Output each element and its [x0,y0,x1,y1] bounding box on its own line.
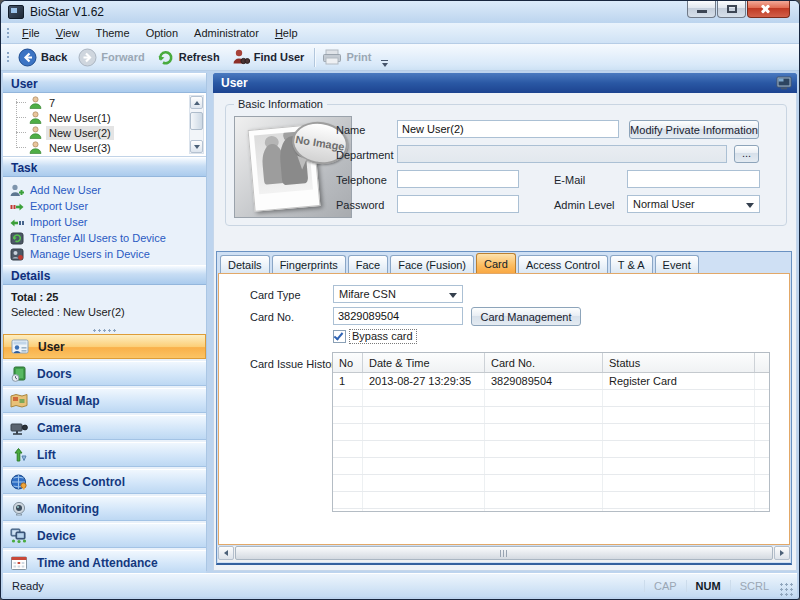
bypass-card-label[interactable]: Bypass card [349,329,417,344]
tree-item-new-user-2[interactable]: New User(2) [3,125,206,140]
empty-row [333,475,769,492]
telephone-field[interactable] [397,170,519,188]
department-field [397,145,727,163]
print-button[interactable]: Print [318,46,378,68]
card-type-select[interactable]: Mifare CSN [333,285,463,303]
resize-grip[interactable] [780,583,794,597]
forward-button[interactable]: Forward [74,46,151,69]
bypass-card-checkbox[interactable] [333,330,346,343]
task-label: Transfer All Users to Device [30,232,166,244]
sidebar-item-user[interactable]: User [3,334,206,359]
tab-face[interactable]: Face [348,255,388,273]
col-status[interactable]: Status [603,353,755,372]
col-date-time[interactable]: Date & Time [363,353,485,372]
menu-view[interactable]: View [48,24,88,42]
refresh-button[interactable]: Refresh [152,46,227,69]
col-no[interactable]: No [333,353,363,372]
sidebar-item-label: Time and Attendance [37,556,158,570]
password-field[interactable] [397,195,519,213]
task-transfer-all-users[interactable]: Transfer All Users to Device [3,230,206,246]
status-text: Ready [12,580,44,592]
scroll-up-icon[interactable] [190,96,203,109]
minimize-button[interactable] [687,1,716,18]
admin-level-value: Normal User [633,198,695,210]
menu-administrator[interactable]: Administrator [186,24,267,42]
scroll-thumb[interactable] [235,546,773,560]
sidebar-item-time-and-attendance[interactable]: Time and Attendance [3,550,206,575]
tab-card[interactable]: Card [476,253,516,273]
menu-theme[interactable]: Theme [87,24,137,42]
toolbar: Back Forward Refresh Find User Print [1,44,799,71]
maximize-button[interactable] [717,1,746,18]
tab-t-and-a[interactable]: T & A [610,255,653,273]
col-card-no[interactable]: Card No. [485,353,603,372]
menu-file[interactable]: File [14,24,48,42]
table-row[interactable]: 1 2013-08-27 13:29:35 3829089504 Registe… [333,373,769,390]
tree-item-label: New User(1) [46,111,114,125]
tree-scrollbar[interactable] [189,95,204,154]
tab-event[interactable]: Event [655,255,699,273]
toolbar-overflow-button[interactable] [380,60,389,67]
sidebar-item-device[interactable]: Device [3,523,206,548]
email-field[interactable] [627,170,760,188]
chevron-down-icon [449,293,457,298]
tree-item-label: New User(2) [46,126,114,140]
task-import-user[interactable]: Import User [3,214,206,230]
card-no-label: Card No. [250,311,294,323]
name-field[interactable] [397,120,619,138]
scroll-down-icon[interactable] [190,140,203,153]
tab-access-control[interactable]: Access Control [518,255,608,273]
card-management-button[interactable]: Card Management [471,307,581,326]
admin-level-select[interactable]: Normal User [627,195,760,213]
scroll-left-icon[interactable] [218,546,234,560]
panel-window-icon[interactable] [776,76,792,90]
tab-fingerprints[interactable]: Fingerprints [272,255,346,273]
scroll-right-icon[interactable] [774,546,790,560]
scroll-lock-indicator: SCRL [730,580,778,592]
close-button[interactable] [747,1,790,18]
task-manage-users-in-device[interactable]: Manage Users in Device [3,246,206,262]
menubar-grip[interactable] [6,26,10,40]
email-label: E-Mail [554,174,585,186]
tab-face-fusion[interactable]: Face (Fusion) [390,255,474,273]
modify-private-information-button[interactable]: Modify Private Information [629,120,759,139]
maximize-icon [727,5,737,13]
sidebar-item-visual-map[interactable]: Visual Map [3,388,206,413]
back-button[interactable]: Back [14,46,74,69]
task-export-user[interactable]: Export User [3,198,206,214]
sidebar-item-doors[interactable]: Doors [3,361,206,386]
details-total: Total : 25 [11,291,206,303]
sidebar-splitter[interactable] [3,325,206,334]
sidebar-item-camera[interactable]: Camera [3,415,206,440]
task-add-new-user[interactable]: Add New User [3,182,206,198]
card-type-label: Card Type [250,289,301,301]
user-nav-icon [11,339,29,355]
sidebar-item-access-control[interactable]: Access Control [3,469,206,494]
transfer-device-icon [10,232,24,245]
user-photo-placeholder[interactable]: No Image [234,116,352,218]
tree-item-7[interactable]: 7 [3,95,206,110]
refresh-label: Refresh [179,51,220,63]
sidebar-item-lift[interactable]: Lift [3,442,206,467]
main-header: User [213,73,797,93]
user-icon [29,111,42,124]
main-content: Basic Information No Image Name Modify P… [213,93,797,571]
sidebar-item-label: Monitoring [37,502,99,516]
tab-details[interactable]: Details [220,255,270,273]
tree-item-new-user-3[interactable]: New User(3) [3,140,206,155]
horizontal-scrollbar[interactable] [218,546,790,562]
sidebar-item-monitoring[interactable]: Monitoring [3,496,206,521]
toolbar-grip[interactable] [6,50,10,64]
card-no-field[interactable] [333,307,463,325]
menubar: File View Theme Option Administrator Hel… [1,23,799,44]
cell-card-no: 3829089504 [485,373,603,389]
menu-help[interactable]: Help [267,24,306,42]
sidebar-item-label: Access Control [37,475,125,489]
empty-row [333,441,769,458]
tree-item-new-user-1[interactable]: New User(1) [3,110,206,125]
department-browse-button[interactable]: ... [734,145,759,163]
scroll-thumb[interactable] [190,112,203,130]
menu-option[interactable]: Option [138,24,186,42]
find-user-button[interactable]: Find User [227,46,312,69]
user-icon [29,141,42,154]
